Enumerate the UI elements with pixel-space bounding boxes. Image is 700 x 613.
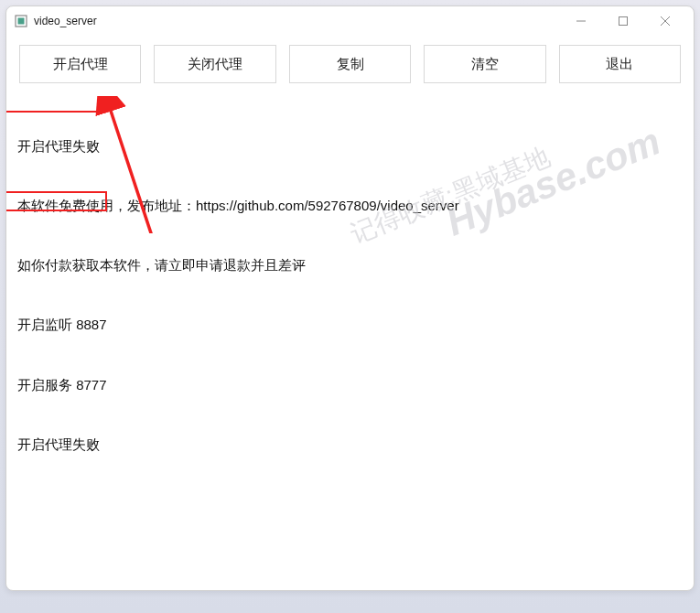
minimize-button[interactable]	[560, 6, 602, 36]
toolbar: 开启代理 关闭代理 复制 清空 退出	[6, 36, 694, 96]
clear-button[interactable]: 清空	[424, 45, 545, 83]
stop-proxy-button[interactable]: 关闭代理	[154, 45, 275, 83]
maximize-button[interactable]	[602, 6, 644, 36]
start-proxy-button[interactable]: 开启代理	[19, 45, 141, 83]
copy-button[interactable]: 复制	[289, 45, 411, 83]
titlebar: video_server	[6, 6, 694, 36]
log-line: 本软件免费使用，发布地址：https://github.com/59276780…	[17, 196, 683, 216]
log-line: 开启代理失败	[17, 136, 683, 156]
log-output: 开启代理失败 本软件免费使用，发布地址：https://github.com/5…	[17, 96, 683, 494]
close-button[interactable]	[644, 6, 686, 36]
app-window: video_server 开启代理 关闭代理 复制 清空 退出 记得收藏:黑域基…	[5, 5, 695, 591]
log-line: 开启监听 8887	[17, 315, 683, 335]
svg-rect-3	[619, 17, 628, 26]
window-title: video_server	[34, 15, 97, 27]
app-icon	[14, 14, 28, 28]
svg-rect-1	[18, 18, 25, 25]
content-area: 记得收藏:黑域基地 Hybase.com 开启代理失败 本软件免费使用，发布地址…	[6, 96, 694, 590]
log-line: 开启代理失败	[17, 435, 683, 455]
log-line: 开启服务 8777	[17, 375, 683, 395]
log-line: 如你付款获取本软件，请立即申请退款并且差评	[17, 255, 683, 275]
exit-button[interactable]: 退出	[559, 45, 681, 83]
